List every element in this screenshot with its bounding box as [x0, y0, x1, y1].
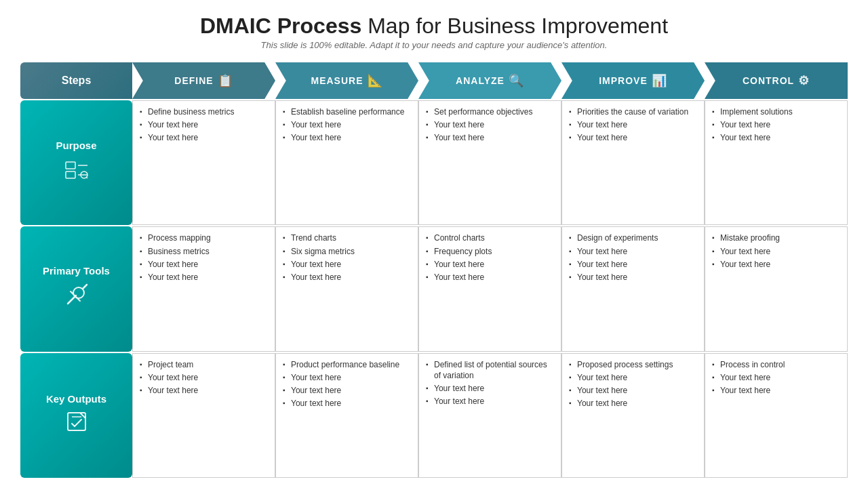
chevron-analyze-label: ANALYZE: [456, 75, 505, 86]
purpose-measure-cell: Establish baseline performance Your text…: [275, 101, 418, 224]
control-icon: ⚙: [798, 73, 810, 88]
purpose-icon: [64, 157, 89, 186]
purpose-analyze-cell: Set performance objectives Your text her…: [418, 101, 561, 224]
primary-tools-cells: Process mapping Business metrics Your te…: [132, 226, 848, 351]
purpose-define-cell: Define business metrics Your text here Y…: [132, 101, 275, 224]
purpose-header: Purpose: [20, 100, 132, 225]
primary-tools-header: Primary Tools: [20, 226, 132, 351]
subtitle: This slide is 100% editable. Adapt it to…: [200, 40, 668, 50]
outputs-improve-cell: Proposed process settings Your text here…: [561, 354, 705, 477]
primary-tools-row: Primary Tools Process mapping: [20, 226, 848, 351]
key-outputs-header: Key Outputs: [20, 353, 132, 478]
tools-define-cell: Process mapping Business metrics Your te…: [132, 227, 275, 350]
tools-control-cell: Mistake proofing Your text here Your tex…: [705, 227, 848, 350]
outputs-analyze-cell: Defined list of potential sources of var…: [418, 354, 561, 477]
chevron-define: DEFINE 📋: [132, 62, 275, 99]
chevron-improve-label: IMPROVE: [599, 75, 648, 86]
main-table: Steps DEFINE 📋: [20, 62, 848, 478]
title-bold: DMAIC Process: [200, 14, 361, 38]
chevron-define-label: DEFINE: [174, 75, 213, 86]
tools-improve-cell: Design of experiments Your text here You…: [561, 227, 705, 350]
tools-measure-cell: Trend charts Six sigma metrics Your text…: [275, 227, 418, 350]
svg-line-13: [83, 285, 87, 289]
outputs-measure-cell: Product performance baseline Your text h…: [275, 354, 418, 477]
measure-icon: 📐: [368, 73, 383, 88]
key-outputs-icon: [65, 410, 88, 438]
key-outputs-row: Key Outputs Project team: [20, 353, 848, 478]
page-title: DMAIC Process Map for Business Improveme…: [200, 14, 668, 39]
title-normal: Map for Business Improvement: [361, 14, 668, 38]
tools-analyze-cell: Control charts Frequency plots Your text…: [418, 227, 561, 350]
improve-icon: 📊: [652, 73, 667, 88]
chevron-control-label: CONTROL: [743, 75, 794, 86]
svg-rect-5: [66, 162, 75, 169]
purpose-improve-cell: Priorities the cause of variation Your t…: [561, 101, 705, 224]
chevrons-area: DEFINE 📋 MEASURE 📐: [132, 62, 848, 99]
body-rows: Purpose: [20, 100, 848, 478]
primary-tools-icon: [64, 282, 90, 312]
key-outputs-label: Key Outputs: [46, 393, 106, 405]
purpose-label: Purpose: [56, 140, 96, 151]
header-row: Steps DEFINE 📋: [20, 62, 848, 99]
chevron-analyze: ANALYZE 🔍: [418, 62, 561, 99]
primary-tools-label: Primary Tools: [43, 265, 110, 277]
chevron-measure-label: MEASURE: [311, 75, 363, 86]
page: DMAIC Process Map for Business Improveme…: [0, 0, 868, 488]
svg-rect-6: [66, 171, 75, 178]
purpose-control-cell: Implement solutions Your text here Your …: [705, 101, 848, 224]
outputs-define-cell: Project team Your text here Your text he…: [132, 354, 275, 477]
key-outputs-cells: Project team Your text here Your text he…: [132, 353, 848, 478]
title-area: DMAIC Process Map for Business Improveme…: [200, 14, 668, 60]
outputs-control-cell: Process in control Your text here Your t…: [705, 354, 848, 477]
purpose-row: Purpose: [20, 100, 848, 225]
chevron-measure: MEASURE 📐: [275, 62, 418, 99]
chevron-control: CONTROL ⚙: [705, 62, 848, 99]
analyze-icon: 🔍: [509, 73, 524, 88]
steps-label: Steps: [20, 62, 132, 99]
define-icon: 📋: [218, 73, 233, 88]
purpose-cells: Define business metrics Your text here Y…: [132, 100, 848, 225]
chevron-improve: IMPROVE 📊: [561, 62, 705, 99]
